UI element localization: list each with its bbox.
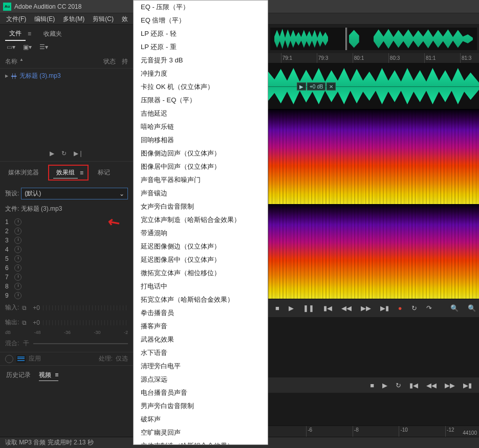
dropdown-item[interactable]: 冲撞力度 xyxy=(134,67,268,80)
mix-slider[interactable] xyxy=(33,343,128,344)
rewind-button[interactable]: ◀◀ xyxy=(426,382,437,389)
dropdown-item[interactable]: 声音镶边 xyxy=(134,187,268,200)
dropdown-item[interactable]: 清理旁白电平 xyxy=(134,360,268,373)
stop-button[interactable]: ■ xyxy=(275,304,279,312)
dropdown-item[interactable]: 打电话中 xyxy=(134,280,268,293)
next-button[interactable]: ▶▮ xyxy=(380,304,389,312)
ffwd-button[interactable]: ▶▶ xyxy=(361,304,371,312)
dropdown-item[interactable]: 图像侧边回声（仅立体声） xyxy=(134,147,268,160)
fx-slot[interactable]: 9 xyxy=(0,291,133,300)
record-file-icon[interactable]: ▣▾ xyxy=(23,43,32,51)
power-icon[interactable] xyxy=(14,246,21,253)
loop-button[interactable]: ↻ xyxy=(396,382,401,389)
dropdown-item[interactable]: LP 还原 - 轻 xyxy=(134,27,268,40)
panel-menu-icon[interactable]: ≡ xyxy=(55,371,58,378)
volume-hud[interactable]: ▶ +0 dB ✕ xyxy=(297,82,336,90)
pause-button[interactable]: ❚❚ xyxy=(303,304,314,312)
dropdown-item[interactable]: 吉他延迟 xyxy=(134,107,268,120)
menu-file[interactable]: 文件(F) xyxy=(2,13,30,25)
spectrogram-top[interactable] xyxy=(268,109,479,204)
dropdown-item[interactable]: 延迟图像侧边（仅立体声） xyxy=(134,240,268,253)
power-icon[interactable] xyxy=(14,292,21,299)
main-waveform[interactable]: ▶ +0 dB ✕ xyxy=(268,63,479,109)
menu-edit[interactable]: 编辑(E) xyxy=(30,13,59,25)
next-button[interactable]: ▶▮ xyxy=(463,382,472,389)
power-icon[interactable] xyxy=(14,228,21,235)
power-icon[interactable] xyxy=(14,283,21,290)
tab-files[interactable]: 文件 xyxy=(5,27,26,41)
sample-ruler[interactable]: -6 -8 -10 -12 44100 xyxy=(268,425,479,437)
mini-autoplay-icon[interactable]: ▶❘ xyxy=(74,150,83,157)
time-ruler[interactable]: 79:1 79:3 80:1 80:3 81:1 81:3 xyxy=(268,53,479,63)
expand-icon[interactable]: ▶ xyxy=(5,74,8,78)
dropdown-item[interactable]: 回响移相器 xyxy=(134,133,268,147)
preset-dropdown[interactable]: EQ - 压限（平）EQ 倍增（平）LP 还原 - 轻LP 还原 - 重元音提升… xyxy=(133,0,268,445)
mini-loop-icon[interactable]: ↻ xyxy=(61,150,67,157)
dropdown-item[interactable]: 立体声制造（哈斯铝合金效果） xyxy=(134,439,268,445)
dropdown-item[interactable]: 元音提升 3 dB xyxy=(134,54,268,67)
prev-button[interactable]: ▮◀ xyxy=(409,382,418,389)
fx-slot[interactable]: 3 xyxy=(0,236,133,245)
tab-effects-rack[interactable]: 效果组 xyxy=(53,167,78,178)
dropdown-item[interactable]: 图像居中回声（仅立体声） xyxy=(134,160,268,173)
record-button[interactable]: ● xyxy=(398,304,402,312)
prev-button[interactable]: ▮◀ xyxy=(323,304,332,312)
tab-video[interactable]: 视频 ≡ xyxy=(39,371,58,381)
loop-button[interactable]: ↻ xyxy=(411,304,417,312)
power-icon[interactable] xyxy=(14,274,21,281)
rewind-button[interactable]: ◀◀ xyxy=(341,304,352,312)
dropdown-item[interactable]: 播客声音 xyxy=(134,320,268,333)
dropdown-item[interactable]: 微拓宽立体声（相位移位） xyxy=(134,266,268,280)
dropdown-item[interactable]: 拓宽立体声（哈斯铝合金效果） xyxy=(134,293,268,306)
dropdown-item[interactable]: 拳击播音员 xyxy=(134,306,268,320)
dropdown-item[interactable]: 声音电平器和噪声门 xyxy=(134,173,268,187)
power-icon[interactable] xyxy=(14,264,21,272)
dropdown-item[interactable]: 男声旁白齿音限制 xyxy=(134,399,268,413)
dropdown-item[interactable]: 武器化效果 xyxy=(134,333,268,346)
power-icon[interactable] xyxy=(14,255,21,262)
spectrogram-bottom[interactable] xyxy=(268,204,479,299)
menu-clip[interactable]: 剪辑(C) xyxy=(89,13,118,25)
col-name[interactable]: 名称 xyxy=(5,57,17,66)
fx-slot[interactable]: 8 xyxy=(0,282,133,291)
dropdown-item[interactable]: LP 还原 - 重 xyxy=(134,40,268,54)
menu-multitrack[interactable]: 多轨(M) xyxy=(59,13,89,25)
preset-select[interactable]: (默认) ⌄ xyxy=(21,188,128,199)
dropdown-item[interactable]: 压限器 - EQ（平） xyxy=(134,94,268,107)
fx-slot[interactable]: 7 xyxy=(0,273,133,282)
hud-close-icon[interactable]: ✕ xyxy=(326,82,336,90)
zoom-out-icon[interactable]: 🔍 xyxy=(468,304,476,312)
menu-effects[interactable]: 效 xyxy=(118,13,132,25)
power-icon[interactable] xyxy=(14,237,21,244)
dropdown-item[interactable]: 宽立体声制造（哈斯铝合金效果） xyxy=(134,213,268,227)
dropdown-item[interactable]: EQ 倍增（平） xyxy=(134,14,268,27)
apply-button[interactable]: 应用 xyxy=(29,354,41,363)
dropdown-item[interactable]: 空旷幽灵回声 xyxy=(134,426,268,439)
tab-media-browser[interactable]: 媒体浏览器 xyxy=(5,167,42,178)
mini-play-icon[interactable]: ▶ xyxy=(50,150,54,157)
fx-slot[interactable]: 4 xyxy=(0,245,133,254)
col-status[interactable]: 状态 xyxy=(103,57,116,66)
panel-menu-icon[interactable]: ≡ xyxy=(28,30,31,37)
dropdown-item[interactable]: 延迟图像居中（仅立体声） xyxy=(134,253,268,266)
overview-viewport-indicator[interactable] xyxy=(345,28,347,50)
power-icon[interactable] xyxy=(14,218,21,226)
dropdown-item[interactable]: 女声旁白齿音限制 xyxy=(134,200,268,213)
skip-button[interactable]: ↷ xyxy=(426,304,432,312)
link-icon[interactable]: ⧉ xyxy=(22,304,27,311)
tab-favorites[interactable]: 收藏夹 xyxy=(39,28,66,40)
open-file-icon[interactable]: ▭▾ xyxy=(6,43,15,51)
dropdown-item[interactable]: 电台播音员声音 xyxy=(134,386,268,399)
dropdown-item[interactable]: 水下语音 xyxy=(134,346,268,360)
panel-menu-icon[interactable]: ≡ xyxy=(80,169,83,176)
dropdown-item[interactable]: 破坏声 xyxy=(134,413,268,426)
dropdown-item[interactable]: 嘻哈声乐链 xyxy=(134,120,268,133)
process-value[interactable]: 仅选 xyxy=(116,354,128,363)
tab-markers[interactable]: 标记 xyxy=(95,167,113,178)
dropdown-item[interactable]: 卡拉 OK 机（仅立体声） xyxy=(134,80,268,94)
tab-history[interactable]: 历史记录 xyxy=(6,371,31,381)
fx-slot[interactable]: 5 xyxy=(0,254,133,263)
col-type[interactable]: 持 xyxy=(122,57,128,66)
rack-power-icon[interactable] xyxy=(5,355,13,363)
multitrack-icon[interactable]: ☰▾ xyxy=(39,43,48,51)
